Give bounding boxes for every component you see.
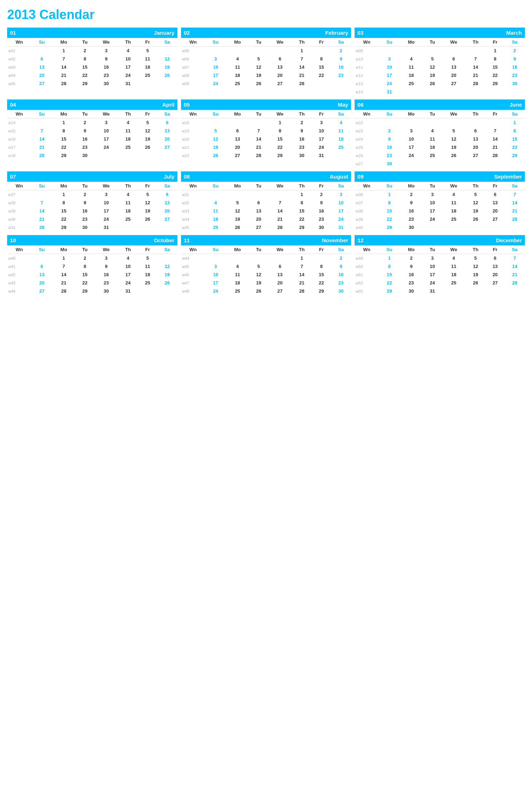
saturday-day [504,287,525,295]
month-block-10: 10OctoberWnSuMoTuWeThFrSaw4012345w416789… [7,235,177,295]
col-header-Tu: Tu [249,182,268,190]
saturday-day: 19 [157,270,177,279]
weekday: 5 [423,55,442,63]
weekday: 11 [226,270,249,279]
saturday-day [157,79,177,88]
weekday: 29 [485,79,504,88]
weekday: 10 [423,199,442,207]
weekday: 27 [249,223,268,231]
weekday [94,151,118,160]
sunday-day: 17 [205,71,226,79]
saturday-day: 16 [331,63,351,71]
sunday-day [205,47,226,55]
saturday-day: 4 [331,118,351,127]
month-num-06: 06 [357,102,363,108]
saturday-day: 27 [157,143,177,151]
weekday: 19 [423,71,442,79]
sunday-day: 30 [379,160,400,168]
col-header-We: We [442,38,465,47]
page-title: 2013 Calendar [7,7,525,22]
weekday: 19 [249,279,268,287]
saturday-day: 2 [331,47,351,55]
weekday: 2 [400,254,423,263]
weekday: 15 [52,207,75,215]
col-header-Sa: Sa [157,182,177,190]
weekday [485,160,504,168]
weekday: 28 [52,79,75,88]
weekday: 31 [312,151,331,160]
calendar-grid: 01JanuaryWnSuMoTuWeThFrSaw0112345w026789… [7,28,525,295]
month-name-07: July [164,174,175,180]
weekday: 8 [52,199,75,207]
weekday [249,190,268,199]
weekday [485,223,504,231]
weekday: 30 [312,223,331,231]
weekday: 2 [75,47,94,55]
col-header-Fr: Fr [312,110,331,118]
saturday-day [331,151,351,160]
weekday: 5 [249,262,268,270]
weekday: 31 [423,287,442,295]
week-number: w49 [355,254,379,263]
weekday: 11 [423,135,442,143]
week-number: w27 [355,160,379,168]
weekday [423,118,442,127]
weekday [249,118,268,127]
weekday [442,88,465,96]
weekday [465,88,486,96]
weekday: 27 [226,151,249,160]
sunday-day: 17 [379,71,400,79]
month-name-04: April [162,102,174,108]
table-row: w4610111213141516 [181,270,351,279]
saturday-day: 13 [157,199,177,207]
col-header-Tu: Tu [75,182,94,190]
weekday: 8 [75,55,94,63]
weekday: 4 [423,127,442,135]
col-header-Sa: Sa [504,38,525,47]
col-header-Mo: Mo [400,182,423,190]
week-number: w28 [7,199,31,207]
weekday: 13 [485,262,504,270]
weekday: 29 [75,79,94,88]
sunday-day: 10 [205,63,226,71]
weekday: 3 [312,118,331,127]
weekday: 25 [400,79,423,88]
weekday: 6 [485,190,504,199]
weekday [268,47,292,55]
weekday: 19 [465,270,486,279]
col-header-Th: Th [465,182,486,190]
weekday [268,190,292,199]
weekday: 6 [465,127,486,135]
sunday-day [205,118,226,127]
week-number: w10 [355,55,379,63]
week-number: w50 [355,262,379,270]
weekday: 27 [442,79,465,88]
col-header-Fr: Fr [138,38,157,47]
sunday-day: 24 [205,79,226,88]
weekday: 20 [226,143,249,151]
saturday-day: 18 [331,135,351,143]
month-block-01: 01JanuaryWnSuMoTuWeThFrSaw0112345w026789… [7,28,177,96]
weekday: 22 [52,143,75,151]
table-row: w1721222324252627 [7,143,177,151]
weekday: 3 [94,47,118,55]
table-row: w37891011121314 [355,199,525,207]
week-number: w38 [355,207,379,215]
week-number: w05 [181,47,205,55]
weekday: 5 [465,254,486,263]
table-row: w2119202122232425 [181,143,351,151]
saturday-day: 30 [504,79,525,88]
table-row: w19567891011 [181,127,351,135]
weekday: 4 [442,254,465,263]
weekday: 27 [465,151,486,160]
weekday [485,287,504,295]
col-header-Sa: Sa [331,38,351,47]
week-number: w52 [355,279,379,287]
weekday: 8 [52,127,75,135]
sunday-day: 28 [31,223,52,231]
saturday-day: 17 [331,207,351,215]
saturday-day: 13 [157,127,177,135]
weekday: 23 [94,279,118,287]
saturday-day: 31 [331,223,351,231]
weekday: 22 [292,215,312,223]
